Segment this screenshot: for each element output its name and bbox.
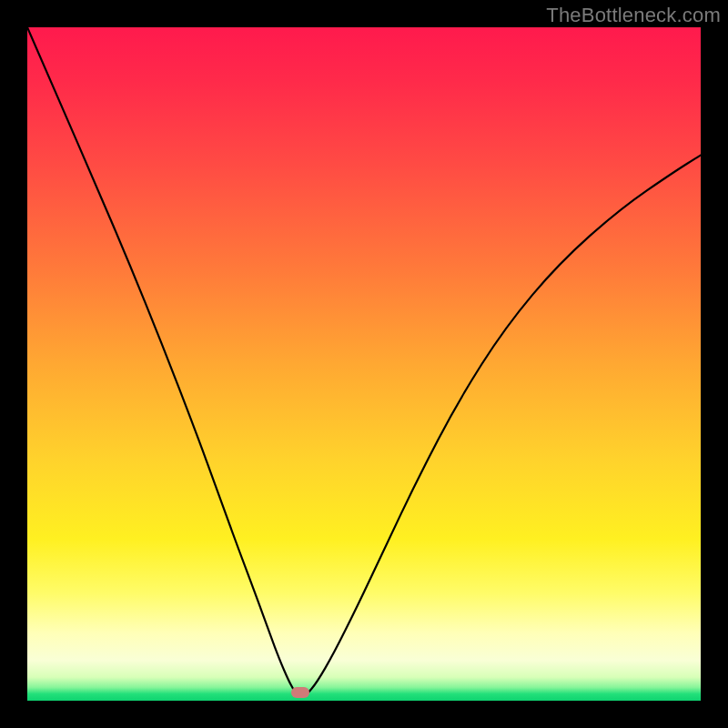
plot-area — [27, 27, 701, 701]
watermark-text: TheBottleneck.com — [546, 4, 721, 27]
optimal-point-marker — [291, 687, 309, 698]
bottleneck-curve — [27, 27, 701, 701]
chart-frame: TheBottleneck.com — [0, 0, 728, 728]
